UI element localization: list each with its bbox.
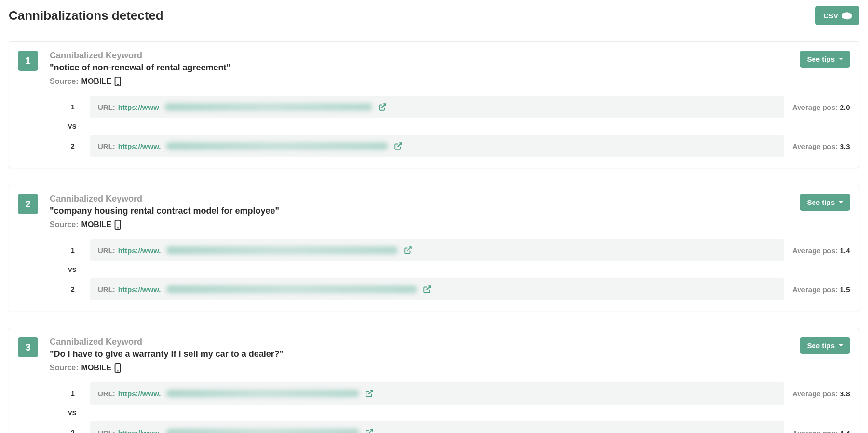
url-row: 2 URL: https://www. Average pos: 4.4 [64, 421, 850, 433]
page-title: Cannibalizations detected [9, 8, 163, 23]
cloud-download-icon [842, 11, 852, 20]
average-pos: Average pos: 3.8 [792, 390, 850, 398]
svg-line-10 [369, 390, 373, 394]
card-index-badge: 1 [18, 51, 38, 71]
external-link-icon[interactable] [423, 285, 432, 294]
cannibalized-keyword-label: Cannibalized Keyword [50, 51, 788, 61]
csv-export-button[interactable]: CSV [815, 6, 859, 25]
svg-line-2 [381, 104, 385, 108]
url-bar: URL: https://www. [90, 421, 784, 433]
blurred-url-segment [166, 390, 359, 397]
average-pos-value: 1.4 [840, 246, 850, 255]
cannibalized-keyword-label: Cannibalized Keyword [50, 337, 788, 347]
source-value: MOBILE [81, 364, 111, 372]
average-pos-value: 3.3 [840, 142, 850, 150]
see-tips-button[interactable]: See tips [800, 337, 850, 354]
url-link[interactable]: https://www. [118, 142, 161, 150]
cannibalization-card: 3 Cannibalized Keyword "Do I have to giv… [9, 328, 859, 433]
url-link[interactable]: https://www. [118, 429, 161, 433]
url-label: URL: [98, 103, 115, 111]
cannibalization-card: 2 Cannibalized Keyword "company housing … [9, 185, 859, 311]
svg-line-11 [369, 429, 373, 433]
url-index: 1 [64, 246, 81, 254]
url-bar: URL: https://www. [90, 135, 784, 157]
url-link[interactable]: https://www [118, 103, 159, 111]
source-value: MOBILE [81, 220, 111, 229]
average-pos-label: Average pos: [792, 285, 838, 294]
keyword-text: "company housing rental contract model f… [50, 206, 788, 216]
average-pos: Average pos: 4.4 [792, 429, 850, 433]
url-bar: URL: https://www. [90, 239, 784, 261]
url-bar: URL: https://www. [90, 382, 784, 405]
url-label: URL: [98, 246, 115, 255]
average-pos-label: Average pos: [792, 246, 838, 255]
url-label: URL: [98, 390, 115, 398]
svg-line-6 [407, 247, 411, 251]
external-link-icon[interactable] [365, 428, 374, 433]
mobile-icon [114, 220, 121, 230]
source-label: Source: [50, 77, 79, 86]
url-row: 1 URL: https://www. Average pos: 1.4 [64, 239, 850, 261]
mobile-icon [114, 77, 121, 86]
source-value: MOBILE [81, 77, 111, 86]
source-line: Source: MOBILE [50, 363, 788, 373]
url-link[interactable]: https://www. [118, 390, 161, 398]
average-pos-value: 3.8 [840, 390, 850, 398]
keyword-text: "Do I have to give a warranty if I sell … [50, 349, 788, 359]
url-index: 2 [64, 142, 81, 150]
source-label: Source: [50, 364, 79, 372]
url-index: 1 [64, 390, 81, 397]
url-bar: URL: https://www [90, 96, 784, 118]
see-tips-button[interactable]: See tips [800, 194, 850, 211]
average-pos-value: 4.4 [840, 429, 850, 433]
source-line: Source: MOBILE [50, 220, 788, 230]
cannibalized-keyword-label: Cannibalized Keyword [50, 194, 788, 204]
blurred-url-segment [166, 285, 417, 293]
see-tips-label: See tips [807, 55, 835, 63]
url-label: URL: [98, 429, 115, 433]
url-link[interactable]: https://www. [118, 246, 161, 255]
url-row: 1 URL: https://www Average pos: 2.0 [64, 96, 850, 118]
url-bar: URL: https://www. [90, 278, 784, 300]
external-link-icon[interactable] [365, 389, 374, 398]
caret-down-icon [839, 344, 843, 347]
source-line: Source: MOBILE [50, 77, 788, 86]
see-tips-label: See tips [807, 341, 835, 350]
external-link-icon[interactable] [404, 246, 412, 255]
url-index: 2 [64, 429, 81, 433]
average-pos: Average pos: 1.5 [792, 285, 850, 294]
blurred-url-segment [166, 429, 359, 433]
url-index: 1 [64, 103, 81, 111]
vs-label: VS [64, 409, 81, 417]
mobile-icon [114, 363, 121, 373]
url-index: 2 [64, 285, 81, 293]
url-label: URL: [98, 142, 115, 150]
card-index-badge: 3 [18, 337, 38, 357]
url-link[interactable]: https://www. [118, 285, 161, 294]
average-pos: Average pos: 3.3 [792, 142, 850, 150]
average-pos-label: Average pos: [792, 103, 838, 111]
url-label: URL: [98, 285, 115, 294]
source-label: Source: [50, 220, 79, 229]
see-tips-button[interactable]: See tips [800, 51, 850, 68]
average-pos-label: Average pos: [792, 142, 838, 150]
url-row: 2 URL: https://www. Average pos: 3.3 [64, 135, 850, 157]
average-pos-label: Average pos: [792, 429, 838, 433]
cannibalization-card: 1 Cannibalized Keyword "notice of non-re… [9, 41, 859, 168]
svg-line-3 [398, 143, 402, 147]
caret-down-icon [839, 58, 843, 60]
url-row: 1 URL: https://www. Average pos: 3.8 [64, 382, 850, 405]
blurred-url-segment [166, 246, 398, 254]
blurred-url-segment [166, 142, 388, 150]
average-pos: Average pos: 1.4 [792, 246, 850, 255]
external-link-icon[interactable] [378, 103, 387, 111]
vs-label: VS [64, 266, 81, 273]
see-tips-label: See tips [807, 198, 835, 206]
keyword-text: "notice of non-renewal of rental agreeme… [50, 63, 788, 73]
external-link-icon[interactable] [394, 142, 403, 150]
card-index-badge: 2 [18, 194, 38, 214]
blurred-url-segment [165, 103, 372, 111]
csv-label: CSV [823, 12, 838, 20]
vs-label: VS [64, 123, 81, 130]
svg-line-7 [427, 286, 431, 290]
